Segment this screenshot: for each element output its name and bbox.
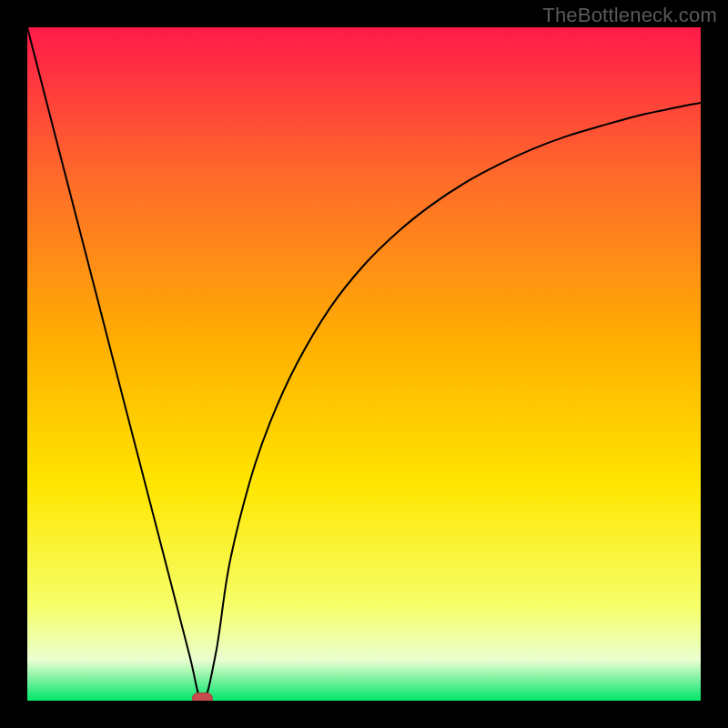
chart-svg xyxy=(27,27,701,701)
gradient-background xyxy=(27,27,701,701)
watermark-text: TheBottleneck.com xyxy=(542,4,717,27)
min-marker xyxy=(192,693,212,702)
plot-area xyxy=(27,27,701,701)
chart-frame: TheBottleneck.com xyxy=(0,0,728,728)
